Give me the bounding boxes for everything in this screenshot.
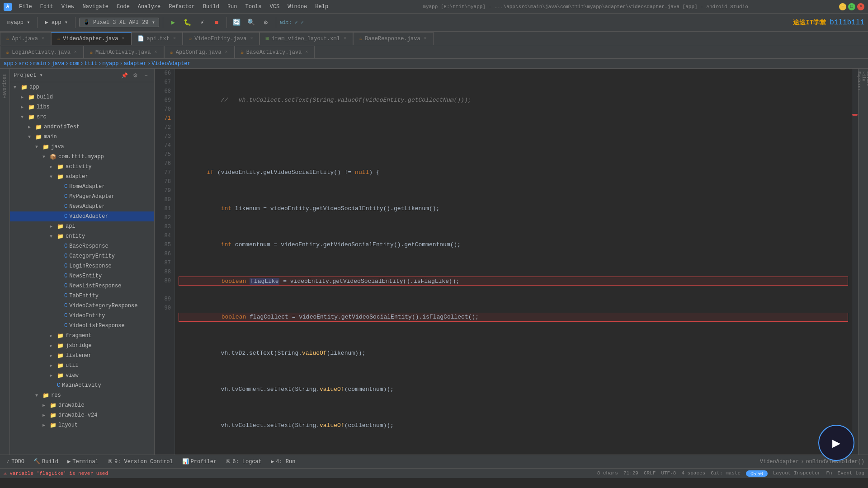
tree-item-util[interactable]: ▶ 📁 util bbox=[10, 361, 154, 371]
tree-item-build[interactable]: ▶ 📁 build bbox=[10, 92, 154, 102]
sidebar-gear-btn[interactable]: ⚙ bbox=[131, 71, 140, 80]
tree-item-newsadapter[interactable]: C NewsAdapter bbox=[10, 202, 154, 211]
menu-code[interactable]: Code bbox=[113, 3, 133, 11]
tab-baseresponse-java[interactable]: ☕ BaseResponse.java × bbox=[353, 32, 434, 45]
favorites-btn[interactable]: Favorites bbox=[1, 72, 8, 100]
tree-item-main[interactable]: ▼ 📁 main bbox=[10, 132, 154, 142]
code-content[interactable]: // vh.tvCollect.setText(String.valueOf(v… bbox=[175, 69, 852, 455]
tree-item-jsbridge[interactable]: ▶ 📁 jsbridge bbox=[10, 341, 154, 351]
tab-api-txt[interactable]: 📄 api.txt × bbox=[132, 32, 183, 45]
stop-button[interactable]: ■ bbox=[210, 16, 223, 29]
tree-item-entity[interactable]: ▼ 📁 entity bbox=[10, 231, 154, 241]
profiler-tab[interactable]: 📊 Profiler bbox=[179, 457, 220, 466]
breadcrumb-ttit[interactable]: ttit bbox=[84, 61, 97, 67]
tab-apiconfig-java[interactable]: ☕ ApiConfig.java × bbox=[164, 46, 235, 58]
tab-close[interactable]: × bbox=[343, 36, 347, 42]
maximize-button[interactable]: □ bbox=[848, 3, 855, 10]
menu-build[interactable]: Build bbox=[199, 3, 223, 11]
menu-file[interactable]: File bbox=[15, 3, 36, 11]
tab-baseactivity-java[interactable]: ☕ BaseActivity.java × bbox=[235, 46, 315, 58]
tree-item-videoentity[interactable]: C VideoEntity bbox=[10, 311, 154, 321]
tree-item-drawable-v24[interactable]: ▶ 📁 drawable-v24 bbox=[10, 410, 154, 420]
tree-item-homeadapter[interactable]: C HomeAdapter bbox=[10, 182, 154, 192]
build-tab[interactable]: 🔨 Build bbox=[31, 457, 61, 466]
tree-item-package[interactable]: ▼ 📦 com.ttit.myapp bbox=[10, 152, 154, 162]
tab-close[interactable]: × bbox=[172, 36, 177, 42]
profile-button[interactable]: ⚡ bbox=[196, 16, 208, 29]
menu-help[interactable]: Help bbox=[311, 3, 332, 11]
project-dropdown[interactable]: myapp ▾ bbox=[4, 18, 33, 27]
menu-tools[interactable]: Tools bbox=[242, 3, 265, 11]
logcat-tab[interactable]: ⑥ 6: Logcat bbox=[223, 457, 264, 466]
minimize-button[interactable]: − bbox=[839, 3, 846, 10]
sidebar-pin-btn[interactable]: 📌 bbox=[120, 71, 129, 80]
tree-item-app[interactable]: ▼ 📁 app bbox=[10, 82, 154, 92]
breadcrumb-main[interactable]: main bbox=[33, 61, 47, 67]
device-selector[interactable]: 📱 Pixel 3 XL API 29 ▾ bbox=[79, 18, 159, 27]
breadcrumb-myapp[interactable]: myapp bbox=[102, 61, 118, 67]
menu-navigate[interactable]: Navigate bbox=[79, 3, 112, 11]
tree-item-baseresponse[interactable]: C BaseResponse bbox=[10, 241, 154, 251]
tree-item-java[interactable]: ▼ 📁 java bbox=[10, 142, 154, 152]
tab-close[interactable]: × bbox=[249, 36, 254, 42]
tree-item-loginresponse[interactable]: C LoginResponse bbox=[10, 261, 154, 271]
tab-close[interactable]: × bbox=[224, 49, 229, 55]
breadcrumb-java[interactable]: java bbox=[52, 61, 65, 67]
tree-item-view[interactable]: ▶ 📁 view bbox=[10, 371, 154, 380]
breadcrumb-adapter[interactable]: adapter bbox=[124, 61, 146, 67]
menu-run[interactable]: Run bbox=[224, 3, 241, 11]
tree-item-mainactivity[interactable]: C MainActivity bbox=[10, 380, 154, 390]
tab-loginactivity-java[interactable]: ☕ LoginActivity.java × bbox=[0, 46, 84, 58]
device-file-explorer-btn[interactable]: Device File Explorer bbox=[859, 72, 868, 90]
tab-videoadapter-java[interactable]: ☕ VideoAdapter.java × bbox=[51, 32, 132, 45]
settings-button[interactable]: ⚙ bbox=[259, 16, 272, 29]
run-button[interactable]: ▶ bbox=[167, 16, 179, 29]
breadcrumb-src[interactable]: src bbox=[19, 61, 28, 67]
menu-vcs[interactable]: VCS bbox=[266, 3, 283, 11]
tab-mainactivity-java[interactable]: ☕ MainActivity.java × bbox=[84, 46, 164, 58]
sync-button[interactable]: 🔄 bbox=[231, 16, 243, 29]
tree-item-tabentity[interactable]: C TabEntity bbox=[10, 291, 154, 301]
tree-item-categoryentity[interactable]: C CategoryEntity bbox=[10, 251, 154, 261]
tab-videoentity-java[interactable]: ☕ VideoEntity.java × bbox=[183, 32, 259, 45]
version-control-tab[interactable]: ⑨ 9: Version Control bbox=[105, 457, 176, 466]
tab-close[interactable]: × bbox=[154, 49, 158, 55]
sidebar-collapse-btn[interactable]: − bbox=[142, 71, 151, 80]
tree-item-drawable[interactable]: ▶ 📁 drawable bbox=[10, 400, 154, 410]
time-button[interactable]: 05:56 bbox=[746, 470, 768, 477]
event-log[interactable]: Event Log bbox=[838, 470, 864, 477]
breadcrumb-videoadapter[interactable]: VideoAdapter bbox=[151, 61, 190, 67]
tab-close[interactable]: × bbox=[121, 36, 126, 42]
tree-item-videocategoryresponse[interactable]: C VideoCategoryResponse bbox=[10, 301, 154, 311]
debug-button[interactable]: 🐛 bbox=[181, 16, 194, 29]
tree-item-listener[interactable]: ▶ 📁 listener bbox=[10, 351, 154, 361]
tab-item-video-xml[interactable]: ⊞ item_video_layout.xml × bbox=[259, 32, 353, 45]
breadcrumb-com[interactable]: com bbox=[70, 61, 80, 67]
tree-item-androidtest[interactable]: ▶ 📁 androidTest bbox=[10, 122, 154, 132]
toolbar-app[interactable]: ▶ app ▾ bbox=[41, 18, 71, 27]
tab-close[interactable]: × bbox=[423, 36, 428, 42]
menu-view[interactable]: View bbox=[58, 3, 78, 11]
menu-refactor[interactable]: Refactor bbox=[165, 3, 198, 11]
tree-item-api[interactable]: ▶ 📁 api bbox=[10, 221, 154, 231]
tab-api-java[interactable]: ☕ Api.java × bbox=[0, 32, 51, 45]
tree-item-newslistresponse[interactable]: C NewsListResponse bbox=[10, 281, 154, 291]
tree-item-newsentity[interactable]: C NewsEntity bbox=[10, 271, 154, 281]
code-area[interactable]: 66 67 68 69 70 71 72 73 74 75 76 77 78 7… bbox=[155, 69, 858, 455]
tree-item-mypageradapter[interactable]: C MyPagerAdapter bbox=[10, 192, 154, 202]
tab-close[interactable]: × bbox=[73, 49, 78, 55]
tab-close[interactable]: × bbox=[41, 36, 45, 42]
menu-window[interactable]: Window bbox=[284, 3, 311, 11]
terminal-tab[interactable]: ▶ Terminal bbox=[65, 457, 101, 466]
close-button[interactable]: × bbox=[857, 3, 864, 10]
search-button[interactable]: 🔍 bbox=[245, 16, 258, 29]
menu-analyze[interactable]: Analyze bbox=[134, 3, 164, 11]
tree-item-activity[interactable]: ▶ 📁 activity bbox=[10, 162, 154, 172]
video-popup[interactable]: ▶ bbox=[818, 425, 854, 461]
tree-item-adapter[interactable]: ▼ 📁 adapter bbox=[10, 172, 154, 182]
tree-item-videoadapter[interactable]: C VideoAdapter bbox=[10, 211, 154, 221]
menu-edit[interactable]: Edit bbox=[37, 3, 57, 11]
tree-item-layout[interactable]: ▶ 📁 layout bbox=[10, 420, 154, 430]
tab-close[interactable]: × bbox=[304, 49, 309, 55]
todo-tab[interactable]: ✓ TODO bbox=[4, 457, 27, 466]
